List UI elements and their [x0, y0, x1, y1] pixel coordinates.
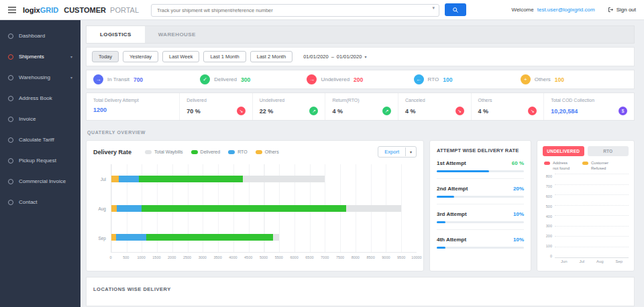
- filter-button-today[interactable]: Today: [92, 51, 119, 62]
- circle-icon: [8, 158, 13, 164]
- metric-label: Undelivered: [260, 98, 319, 103]
- attempt-progress: [437, 247, 524, 249]
- metric-value-row: 10,20,584$: [551, 107, 627, 115]
- legend-item-rto: RTO: [228, 149, 248, 154]
- arrow-right-icon: →: [93, 74, 103, 84]
- metric-canceled: Canceled4 %↘: [398, 93, 472, 120]
- c2-plot: [555, 174, 629, 258]
- attempt-progress-fill: [437, 170, 489, 172]
- status-rto: ←RTO100: [414, 74, 521, 84]
- menu-icon[interactable]: [8, 7, 16, 13]
- sidebar-item-pickup-request[interactable]: Pickup Request: [0, 150, 80, 171]
- attempt-progress-fill: [437, 247, 445, 249]
- date-separator: –: [331, 54, 334, 60]
- export-label: Export: [378, 147, 405, 157]
- axis-tick: 4500: [244, 255, 252, 259]
- c2-xlabels: JunJulAugSep: [555, 259, 629, 265]
- circle-icon: [8, 137, 13, 143]
- sidebar-item-commercial-invoice[interactable]: Commercial Invoice: [0, 171, 80, 192]
- hamburger-icon: [8, 7, 16, 13]
- filter-button-last-week[interactable]: Last Week: [162, 51, 199, 62]
- toggle-undelivered[interactable]: UNDELIVERED: [543, 146, 584, 156]
- attempt-row-header: 2nd Attempt20%: [437, 186, 524, 192]
- sidebar-item-dashboard[interactable]: Dashboard: [0, 25, 80, 46]
- brand-grid: GRID: [40, 6, 59, 14]
- status-value: 100: [443, 76, 452, 83]
- legend-label: Total Waybills: [154, 149, 183, 154]
- sidebar-item-warehousing[interactable]: Warehousing▾: [0, 67, 80, 88]
- status-label: RTO: [428, 76, 439, 82]
- circle-icon: [8, 200, 13, 205]
- undelivered-toggle: UNDELIVEREDRTO: [543, 146, 629, 156]
- axis-tick: 800: [543, 174, 552, 178]
- trend-down-icon: ↘: [528, 107, 537, 115]
- toggle-rto[interactable]: RTO: [588, 146, 629, 156]
- axis-tick: 300: [543, 224, 552, 228]
- section-title-quarterly: QUATERLY OVERVIEW: [87, 130, 633, 135]
- tabs-bar: LOGISTICSWAREHOUSE: [86, 25, 635, 44]
- filter-button-last-1-month[interactable]: Last 1 Month: [203, 51, 246, 62]
- filter-button-last-2-month[interactable]: Last 2 Month: [250, 51, 292, 62]
- status-value: 300: [241, 76, 250, 83]
- sidebar-item-label: Pickup Request: [19, 158, 56, 164]
- metric-label: Delivered: [186, 98, 246, 103]
- date-range-picker[interactable]: 01/01/2020 – 01/01/2020 ▾: [303, 54, 366, 60]
- sidebar-item-invoice[interactable]: Invoice: [0, 109, 80, 129]
- user-email-link[interactable]: test.user@logixgrid.com: [537, 7, 595, 13]
- axis-tick: 0: [109, 255, 111, 259]
- top-bar: logixGRID CUSTOMER PORTAL ▾ Welcome test…: [0, 0, 644, 20]
- sidebar-item-label: Calculate Tariff: [19, 137, 54, 143]
- attempt-progress-fill: [437, 221, 445, 223]
- sidebar-item-shipments[interactable]: Shipments▾: [0, 46, 80, 67]
- search-button[interactable]: [445, 3, 466, 16]
- delivery-rate-card: Delivery Rate Total WaybillsDeliveredRTO…: [86, 140, 424, 271]
- metric-value: 10,20,584: [551, 108, 578, 115]
- attempt-value: 20%: [513, 186, 524, 192]
- arrow-left-icon: ←: [414, 74, 424, 84]
- bar-segment-others: [111, 176, 119, 182]
- brand-portal: PORTAL: [110, 6, 139, 14]
- tab-logistics[interactable]: LOGISTICS: [87, 26, 145, 43]
- axis-label: Sep: [93, 223, 111, 253]
- axis-tick: 7000: [321, 255, 329, 259]
- attempt-label: 1st Attempt: [437, 160, 466, 166]
- search-input[interactable]: [151, 4, 439, 17]
- status-delivered: ✓Delivered300: [200, 74, 307, 84]
- attempt-progress: [437, 196, 524, 198]
- sidebar-item-address-book[interactable]: Address Book: [0, 88, 80, 109]
- axis-label: Jun: [561, 259, 568, 265]
- axis-tick: 3500: [213, 255, 221, 259]
- legend-dot: [256, 150, 262, 154]
- bar-row-jul: [111, 164, 417, 194]
- chevron-down-icon: ▾: [364, 54, 366, 59]
- sidebar-item-contact[interactable]: Contact: [0, 192, 80, 212]
- axis-tick: 7500: [336, 255, 344, 259]
- attempt-row-header: 3rd Attempt10%: [437, 211, 524, 217]
- metric-total-delivery-attempt: Total Delivery Attempt1200: [87, 93, 180, 120]
- legend-item-customer-refused: Customer Refused: [582, 161, 612, 171]
- welcome-label: Welcome: [512, 7, 534, 13]
- attempt-row-4th-attempt: 4th Attempt10%: [437, 230, 524, 255]
- bar-segment-total-waybills: [273, 234, 279, 241]
- circle-icon: [8, 34, 13, 39]
- legend-item-others: Others: [256, 149, 279, 154]
- delivery-rate-title: Delivery Rate: [93, 149, 131, 156]
- sidebar-item-calculate-tariff[interactable]: Calculate Tariff: [0, 129, 80, 150]
- bar-segment-others: [111, 234, 116, 241]
- legend-label: RTO: [237, 149, 248, 154]
- metric-value: 1200: [93, 107, 107, 113]
- metric-label: Canceled: [405, 98, 464, 103]
- main-content: LOGISTICSWAREHOUSE TodayYesterdayLast We…: [80, 20, 644, 307]
- filter-button-yesterday[interactable]: Yesterday: [123, 51, 158, 62]
- dollar-icon: $: [619, 107, 627, 115]
- delivery-chart: JulAugSep: [93, 164, 417, 253]
- sidebar-item-label: Shipments: [19, 54, 44, 60]
- search-box: ▾: [151, 3, 439, 17]
- sign-out-button[interactable]: Sign out: [608, 7, 636, 13]
- chevron-down-icon[interactable]: ▾: [433, 5, 435, 11]
- chevron-down-icon: ▾: [70, 75, 72, 80]
- attempt-panel-title: ATTEMPT WISE DELIVERY RATE: [437, 147, 524, 154]
- status-row: →In Transit700✓Delivered300→Undelivered2…: [86, 70, 635, 89]
- tab-warehouse[interactable]: WAREHOUSE: [145, 26, 209, 43]
- export-button[interactable]: Export ▾: [378, 146, 417, 158]
